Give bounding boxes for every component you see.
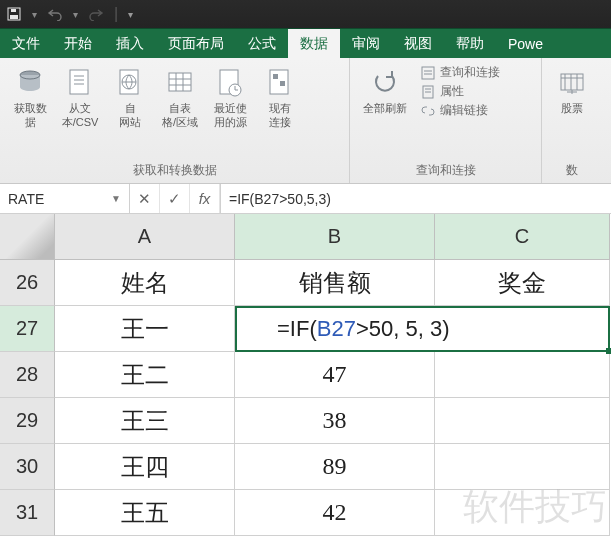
recent-icon — [213, 66, 247, 100]
cell-C26[interactable]: 奖金 — [435, 260, 610, 306]
cancel-button[interactable]: ✕ — [130, 184, 160, 213]
existing-connections-button[interactable]: 现有 连接 — [256, 62, 304, 134]
tab-layout[interactable]: 页面布局 — [156, 29, 236, 58]
cell-A27[interactable]: 王一 — [55, 306, 235, 352]
col-header-B[interactable]: B — [235, 214, 435, 260]
edit-links-label: 编辑链接 — [440, 102, 488, 119]
row-header-29[interactable]: 29 — [0, 398, 55, 444]
from-web-button[interactable]: 自 网站 — [106, 62, 154, 134]
col-header-C[interactable]: C — [435, 214, 610, 260]
ribbon-group-queries: 全部刷新 查询和连接 属性 编辑链接 查询和连接 — [350, 58, 542, 183]
svg-rect-22 — [422, 67, 434, 79]
cell-A29[interactable]: 王三 — [55, 398, 235, 444]
cell-B31[interactable]: 42 — [235, 490, 435, 536]
ribbon-group-datatypes: 股票 数 — [542, 58, 602, 183]
tab-file[interactable]: 文件 — [0, 29, 52, 58]
row-header-31[interactable]: 31 — [0, 490, 55, 536]
select-all-corner[interactable] — [0, 214, 55, 260]
get-data-label: 获取数 据 — [14, 102, 47, 130]
svg-rect-21 — [280, 81, 285, 86]
tab-view[interactable]: 视图 — [392, 29, 444, 58]
insert-function-button[interactable]: fx — [190, 184, 220, 213]
formula-part-post: >50, 5, 3) — [356, 316, 450, 342]
properties-label: 属性 — [440, 83, 464, 100]
refresh-all-label: 全部刷新 — [363, 102, 407, 116]
queries-connections-button[interactable]: 查询和连接 — [420, 64, 500, 81]
row-header-27[interactable]: 27 — [0, 306, 55, 352]
undo-icon[interactable] — [47, 6, 63, 22]
cell-A26[interactable]: 姓名 — [55, 260, 235, 306]
formula-bar-value: =IF(B27>50,5,3) — [229, 191, 331, 207]
cell-B27-editing[interactable]: =IF(B27>50, 5, 3) — [235, 306, 610, 352]
properties-button[interactable]: 属性 — [420, 83, 500, 100]
cell-C28[interactable] — [435, 352, 610, 398]
group-label-datatypes: 数 — [548, 162, 596, 181]
cell-A31[interactable]: 王五 — [55, 490, 235, 536]
name-box-value: RATE — [8, 191, 44, 207]
stocks-button[interactable]: 股票 — [548, 62, 596, 120]
cell-B29[interactable]: 38 — [235, 398, 435, 444]
cell-B28[interactable]: 47 — [235, 352, 435, 398]
cell-B30[interactable]: 89 — [235, 444, 435, 490]
svg-rect-12 — [169, 73, 191, 91]
svg-rect-5 — [70, 70, 88, 94]
formula-bar[interactable]: =IF(B27>50,5,3) — [221, 184, 611, 213]
svg-rect-2 — [11, 9, 16, 12]
from-table-label: 自表 格/区域 — [162, 102, 198, 130]
save-icon[interactable] — [6, 6, 22, 22]
formula-buttons: ✕ ✓ fx — [130, 184, 221, 213]
cell-B26[interactable]: 销售额 — [235, 260, 435, 306]
x-icon: ✕ — [138, 190, 151, 208]
existing-connections-label: 现有 连接 — [269, 102, 291, 130]
refresh-icon — [368, 66, 402, 100]
get-data-button[interactable]: 获取数 据 — [6, 62, 54, 134]
tab-formulas[interactable]: 公式 — [236, 29, 288, 58]
check-icon: ✓ — [168, 190, 181, 208]
tab-power[interactable]: Powe — [496, 29, 555, 58]
row-header-28[interactable]: 28 — [0, 352, 55, 398]
from-csv-label: 从文 本/CSV — [62, 102, 99, 130]
from-table-button[interactable]: 自表 格/区域 — [156, 62, 204, 134]
chevron-down-icon[interactable]: ▼ — [111, 193, 121, 204]
recent-sources-label: 最近使 用的源 — [214, 102, 247, 130]
tab-data[interactable]: 数据 — [288, 29, 340, 58]
ribbon: 获取数 据 从文 本/CSV 自 网站 自表 格/区域 最近使 用的源 现有 连… — [0, 58, 611, 184]
ribbon-tabs: 文件 开始 插入 页面布局 公式 数据 审阅 视图 帮助 Powe — [0, 28, 611, 58]
tab-review[interactable]: 审阅 — [340, 29, 392, 58]
spreadsheet-grid[interactable]: A B C 26 姓名 销售额 奖金 27 王一 =IF(B27>50, 5, … — [0, 214, 611, 536]
cell-C30[interactable] — [435, 444, 610, 490]
stocks-icon — [555, 66, 589, 100]
from-csv-button[interactable]: 从文 本/CSV — [56, 62, 104, 134]
globe-icon — [113, 66, 147, 100]
table-icon — [163, 66, 197, 100]
chevron-down-icon[interactable]: ▾ — [32, 9, 37, 20]
row-header-26[interactable]: 26 — [0, 260, 55, 306]
name-box[interactable]: RATE ▼ — [0, 184, 130, 213]
redo-icon[interactable] — [88, 6, 104, 22]
recent-sources-button[interactable]: 最近使 用的源 — [206, 62, 254, 134]
tab-insert[interactable]: 插入 — [104, 29, 156, 58]
from-web-label: 自 网站 — [119, 102, 141, 130]
svg-rect-20 — [273, 74, 278, 79]
chevron-down-icon[interactable]: ▾ — [73, 9, 78, 20]
list-icon — [420, 65, 436, 81]
file-text-icon — [63, 66, 97, 100]
ribbon-group-get-transform: 获取数 据 从文 本/CSV 自 网站 自表 格/区域 最近使 用的源 现有 连… — [0, 58, 350, 183]
svg-rect-19 — [270, 70, 288, 94]
row-header-30[interactable]: 30 — [0, 444, 55, 490]
fx-icon: fx — [199, 190, 211, 207]
edit-links-button[interactable]: 编辑链接 — [420, 102, 500, 119]
enter-button[interactable]: ✓ — [160, 184, 190, 213]
chevron-down-icon[interactable]: ▾ — [128, 9, 133, 20]
refresh-all-button[interactable]: 全部刷新 — [356, 62, 414, 120]
formula-bar-row: RATE ▼ ✕ ✓ fx =IF(B27>50,5,3) — [0, 184, 611, 214]
formula-cell-ref: B27 — [317, 316, 356, 342]
col-header-A[interactable]: A — [55, 214, 235, 260]
query-mini-list: 查询和连接 属性 编辑链接 — [416, 62, 504, 121]
cell-C29[interactable] — [435, 398, 610, 444]
tab-help[interactable]: 帮助 — [444, 29, 496, 58]
cell-A30[interactable]: 王四 — [55, 444, 235, 490]
cell-A28[interactable]: 王二 — [55, 352, 235, 398]
cell-C31[interactable] — [435, 490, 610, 536]
tab-home[interactable]: 开始 — [52, 29, 104, 58]
